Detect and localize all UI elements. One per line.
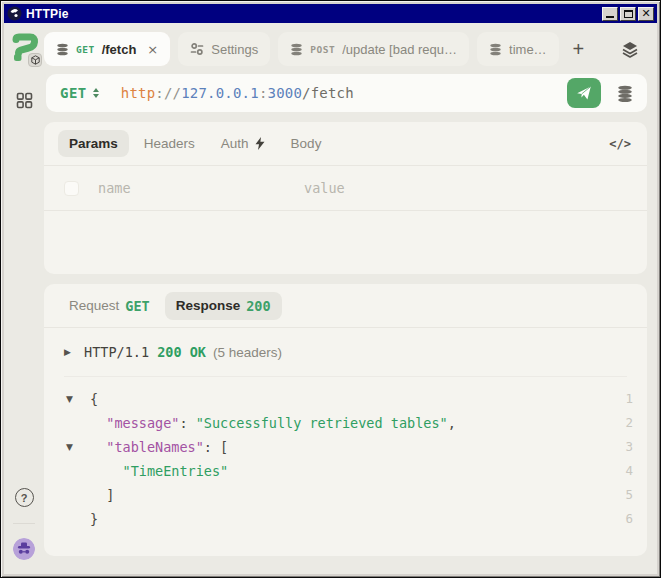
code-content: { <box>90 387 615 411</box>
tab-auth[interactable]: Auth <box>210 130 276 157</box>
panel-divider <box>44 210 647 211</box>
package-badge-icon <box>28 53 42 67</box>
token-key: "message" <box>106 415 179 431</box>
headers-count-label: (5 headers) <box>213 345 282 360</box>
code-marker-spacer <box>66 459 90 483</box>
url-scheme: http <box>121 85 156 101</box>
window-titlebar[interactable]: HTTPie ✕ <box>4 4 657 23</box>
code-marker-spacer <box>66 483 90 507</box>
tab-request-label: Request <box>69 298 119 313</box>
token-punct: ] <box>106 487 114 503</box>
tab-headers-label: Headers <box>144 136 195 151</box>
code-view-toggle[interactable]: </> <box>609 137 633 151</box>
request-panel: Params Headers Auth Body </> name <box>44 122 647 274</box>
code-line: ]5 <box>66 483 633 507</box>
url-host: 127.0.0.1 <box>181 85 259 101</box>
token-punct: : <box>204 439 220 455</box>
history-stack-button[interactable] <box>609 85 641 102</box>
app-window: HTTPie ✕ <box>0 0 661 578</box>
tabs-overview-button[interactable] <box>619 40 647 58</box>
line-number: 2 <box>615 411 633 435</box>
tab-post-update[interactable]: POST /update [bad requ… <box>278 32 469 66</box>
code-line: ▼ "tableNames": [3 <box>66 435 633 459</box>
tab-settings[interactable]: Settings <box>178 32 270 66</box>
maximize-button[interactable] <box>620 7 636 21</box>
tab-title: /fetch <box>102 42 137 57</box>
response-panel-tabs: Request GET Response 200 <box>44 284 647 327</box>
sidebar: ? <box>4 23 44 574</box>
token-string: "TimeEntries" <box>123 463 229 479</box>
line-number: 1 <box>615 387 633 411</box>
tab-request-method: GET <box>125 298 149 314</box>
response-body: ▼{1 "message": "Successfully retrieved t… <box>44 377 647 531</box>
tab-headers[interactable]: Headers <box>133 130 206 157</box>
window-app-icon <box>7 6 22 21</box>
token-string: "Successfully retrieved tables" <box>196 415 448 431</box>
tab-response-label: Response <box>176 298 241 313</box>
code-content: "TimeEntries" <box>90 459 615 483</box>
tab-title: /update [bad requ… <box>342 42 457 57</box>
close-button[interactable]: ✕ <box>638 7 654 21</box>
collapse-toggle-icon[interactable]: ▼ <box>66 387 90 411</box>
url-card: GET http://127.0.0.1:3000/fetch <box>46 74 647 112</box>
param-checkbox[interactable] <box>64 181 79 196</box>
token-punct: , <box>448 415 456 431</box>
code-line: "message": "Successfully retrieved table… <box>66 411 633 435</box>
tab-body-label: Body <box>291 136 322 151</box>
user-avatar[interactable] <box>13 538 35 560</box>
tab-auth-label: Auth <box>221 136 249 151</box>
code-line: }6 <box>66 507 633 531</box>
param-name-input[interactable]: name <box>98 180 304 196</box>
token-punct: : <box>179 415 195 431</box>
token-punct: } <box>90 511 98 527</box>
tab-title: Settings <box>211 42 258 57</box>
tab-time[interactable]: time… <box>477 32 559 66</box>
tab-response[interactable]: Response 200 <box>165 292 282 320</box>
database-stack-icon <box>617 85 633 102</box>
send-button[interactable] <box>567 78 601 108</box>
code-line: ▼{1 <box>66 387 633 411</box>
url-input[interactable]: http://127.0.0.1:3000/fetch <box>121 85 354 101</box>
main-area: GET /fetch × Settings <box>44 23 657 574</box>
status-code-label: 200 OK <box>149 344 206 360</box>
response-panel: Request GET Response 200 ▶ HTTP/1.1 200 … <box>44 284 647 556</box>
method-selector[interactable]: GET <box>60 85 99 101</box>
help-button[interactable]: ? <box>15 488 34 507</box>
param-value-input[interactable]: value <box>304 180 345 196</box>
url-separator: :// <box>155 85 181 101</box>
new-tab-button[interactable]: + <box>567 38 591 61</box>
token-key: "tableNames" <box>106 439 204 455</box>
collection-stack-icon <box>56 43 69 56</box>
line-number: 6 <box>615 507 633 531</box>
httpie-logo[interactable] <box>9 33 39 65</box>
line-number: 4 <box>615 459 633 483</box>
token-punct: [ <box>220 439 228 455</box>
apps-grid-icon[interactable] <box>13 89 35 111</box>
tab-params[interactable]: Params <box>58 130 129 157</box>
protocol-label: HTTP/1.1 <box>84 344 149 360</box>
tab-strip: GET /fetch × Settings <box>44 29 647 69</box>
response-status-line[interactable]: ▶ HTTP/1.1 200 OK (5 headers) <box>44 328 647 362</box>
code-content: } <box>90 507 615 531</box>
tab-params-label: Params <box>69 136 118 151</box>
url-path: /fetch <box>302 85 354 101</box>
collapse-toggle-icon[interactable]: ▼ <box>66 435 90 459</box>
tab-close-icon[interactable]: × <box>147 42 158 57</box>
maximize-icon <box>624 10 633 18</box>
settings-toggles-icon <box>190 42 204 56</box>
expand-headers-icon[interactable]: ▶ <box>64 347 84 357</box>
line-number: 3 <box>615 435 633 459</box>
method-dropdown-arrows-icon <box>93 88 99 98</box>
tab-title: time… <box>509 42 547 57</box>
layers-icon <box>621 40 639 58</box>
tab-request[interactable]: Request GET <box>58 292 161 320</box>
sidebar-divider <box>13 523 35 524</box>
method-value: GET <box>60 85 87 101</box>
request-bar: GET http://127.0.0.1:3000/fetch <box>44 69 647 117</box>
request-panel-tabs: Params Headers Auth Body </> <box>44 122 647 165</box>
minimize-button[interactable] <box>602 7 618 21</box>
window-title: HTTPie <box>26 7 69 21</box>
help-icon: ? <box>21 492 28 504</box>
tab-body[interactable]: Body <box>280 130 333 157</box>
tab-get-fetch[interactable]: GET /fetch × <box>44 32 170 66</box>
